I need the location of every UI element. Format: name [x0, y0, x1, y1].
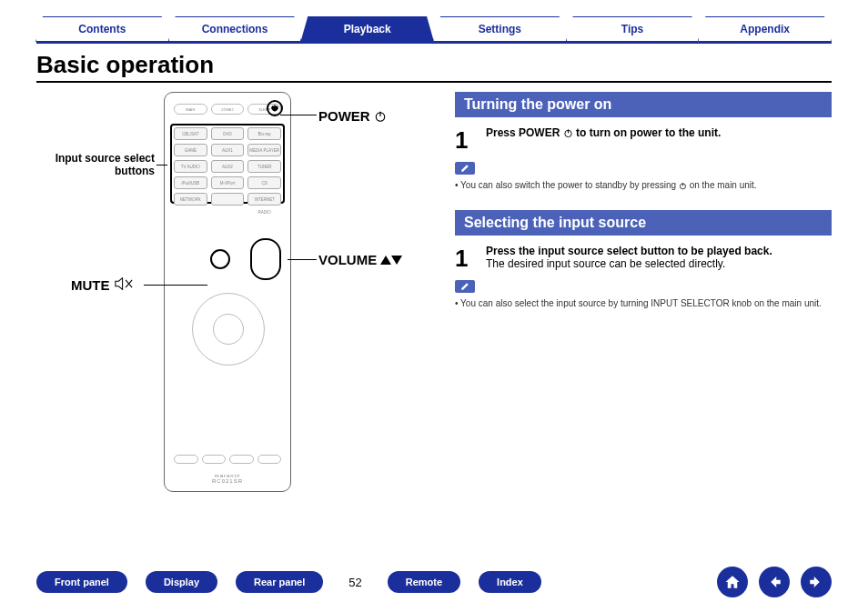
step-text: Press the input source select button to … [486, 245, 832, 257]
step-text: Press POWER to turn on power to the unit… [486, 126, 721, 139]
triangle-up-icon [380, 256, 391, 265]
home-icon [724, 574, 741, 590]
label-power: POWER [318, 108, 387, 125]
src-btn: TUNER [247, 160, 281, 173]
volume-button-highlight [250, 238, 281, 280]
tab-connections[interactable]: Connections [168, 16, 302, 42]
section-heading: Turning the power on [455, 92, 832, 117]
page-title: Basic operation [36, 51, 832, 83]
triangle-down-icon [391, 256, 402, 265]
label-input-source: Input source select buttons [45, 152, 155, 177]
tab-contents[interactable]: Contents [35, 16, 169, 42]
section-input-source: Selecting the input source 1 Press the i… [455, 210, 832, 308]
src-btn: iPod/USB [174, 176, 207, 189]
tab-playback[interactable]: Playback [300, 16, 434, 42]
src-btn: AUX2 [211, 160, 245, 173]
src-btn: CD [247, 176, 281, 189]
note-icon [455, 162, 475, 175]
src-btn: GAME [174, 144, 207, 156]
note-text: You can also switch the power to standby… [460, 180, 832, 190]
footer-link-remote[interactable]: Remote [388, 571, 460, 593]
note-icon [455, 280, 475, 293]
footer-link-rear-panel[interactable]: Rear panel [236, 571, 323, 593]
footer-link-front-panel[interactable]: Front panel [36, 571, 127, 593]
next-page-button[interactable] [801, 567, 832, 597]
src-btn: AUX1 [211, 144, 245, 156]
mute-button-highlight [210, 249, 230, 269]
tab-appendix[interactable]: Appendix [698, 16, 832, 42]
label-volume: VOLUME [318, 252, 402, 267]
remote-illustration-panel: MAIN ZONE2 SLEEP CBL/SAT DVD Blu-ray GAM… [36, 92, 428, 519]
zone-btn: MAIN [174, 104, 207, 115]
section-power-on: Turning the power on 1 Press POWER to tu… [455, 92, 832, 190]
src-btn: CBL/SAT [174, 127, 207, 140]
nav-underline [36, 42, 832, 44]
src-btn [211, 193, 245, 206]
prev-page-button[interactable] [759, 567, 790, 597]
step-subtext: The desired input source can be selected… [486, 257, 832, 270]
tab-tips[interactable]: Tips [566, 16, 700, 42]
zone-btn: ZONE2 [211, 104, 245, 115]
src-btn: INTERNET RADIO [247, 193, 281, 206]
arrow-right-icon [808, 574, 824, 590]
sound-mode-row [174, 455, 281, 464]
src-btn: MEDIA PLAYER [247, 144, 281, 156]
src-btn: Blu-ray [247, 127, 281, 140]
arrow-left-icon [766, 574, 782, 590]
section-heading: Selecting the input source [455, 210, 832, 236]
mute-icon [114, 277, 134, 290]
footer-link-display[interactable]: Display [146, 571, 217, 593]
page-number: 52 [348, 576, 361, 589]
top-nav-tabs: Contents Connections Playback Settings T… [36, 16, 832, 42]
content-column: Turning the power on 1 Press POWER to tu… [455, 92, 832, 519]
src-btn: NETWORK [174, 193, 207, 206]
tab-settings[interactable]: Settings [433, 16, 567, 42]
footer-nav: Front panel Display Rear panel 52 Remote… [0, 567, 868, 597]
note-text: You can also select the input source by … [460, 298, 832, 308]
input-source-grid: CBL/SAT DVD Blu-ray GAME AUX1 MEDIA PLAY… [174, 127, 281, 206]
step-number: 1 [455, 245, 477, 273]
src-btn: DVD [211, 127, 245, 140]
label-mute: MUTE [71, 277, 134, 293]
src-btn: M-XPort [211, 176, 245, 189]
remote-control-illustration: MAIN ZONE2 SLEEP CBL/SAT DVD Blu-ray GAM… [164, 92, 291, 492]
home-button[interactable] [717, 567, 748, 597]
remote-brand: marantzRC021SR [165, 473, 290, 484]
footer-link-index[interactable]: Index [479, 571, 541, 593]
dpad [192, 293, 265, 366]
src-btn: TV AUDIO [174, 160, 207, 173]
step-number: 1 [455, 126, 477, 155]
